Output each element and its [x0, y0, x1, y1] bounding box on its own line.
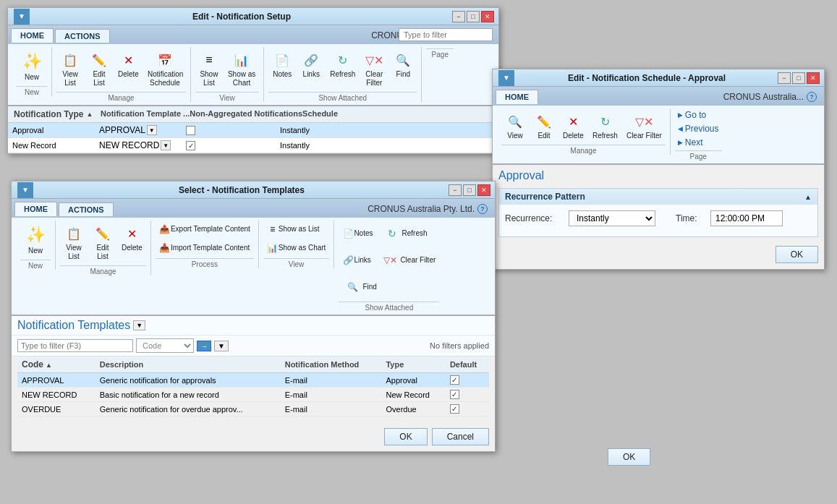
- schedule-minimize-btn[interactable]: −: [778, 72, 791, 84]
- filter-row: Code → ▼ No filters applied: [12, 336, 495, 356]
- find-button[interactable]: 🔍 Find: [389, 47, 417, 82]
- col-default[interactable]: Default: [446, 356, 489, 373]
- default-checkbox-3[interactable]: [450, 404, 459, 414]
- col-type[interactable]: Type: [381, 356, 445, 373]
- filter-expand-btn[interactable]: ▼: [214, 341, 229, 351]
- notes-button[interactable]: 📄 Notes: [268, 47, 296, 82]
- refresh-button[interactable]: ↻ Refresh: [326, 47, 359, 82]
- schedule-edit-button[interactable]: ✏️ Edit: [530, 108, 558, 143]
- templates-find-button[interactable]: 🔍 Find: [339, 274, 380, 300]
- templates-ok-button[interactable]: OK: [384, 428, 427, 445]
- templates-new-group-label: New: [20, 260, 51, 270]
- nonagg-checkbox-1[interactable]: [186, 126, 195, 135]
- templates-links-button[interactable]: 🔗 Links: [339, 247, 375, 273]
- templates-new-button[interactable]: ✨ New: [20, 221, 51, 258]
- row2-desc: Basic notification for a new record: [95, 388, 281, 402]
- recurrence-select[interactable]: Instantly Daily Weekly Monthly: [569, 210, 655, 226]
- bottom-ok-button[interactable]: OK: [608, 448, 650, 466]
- tab-actions[interactable]: ACTIONS: [55, 29, 110, 43]
- filter-field-select[interactable]: Code: [136, 338, 194, 353]
- templates-showlist-button[interactable]: ≡ Show as List: [263, 221, 323, 238]
- schedule-menu-btn[interactable]: ▼: [498, 70, 514, 86]
- schedule-clearfilter-button[interactable]: ▽✕ Clear Filter: [623, 108, 666, 143]
- templates-new-label: New: [28, 247, 43, 255]
- templates-editlist-button[interactable]: ✏️ EditList: [89, 221, 116, 264]
- clear-filter-button[interactable]: ▽✕ ClearFilter: [360, 47, 388, 90]
- delete-button[interactable]: ✕ Delete: [114, 47, 143, 82]
- close-btn[interactable]: ✕: [481, 11, 494, 22]
- default-checkbox-1[interactable]: [450, 375, 459, 385]
- templates-close-btn[interactable]: ✕: [477, 184, 490, 196]
- templates-menu-btn[interactable]: ▼: [17, 182, 33, 198]
- new-label: New: [25, 73, 39, 82]
- templates-minimize-btn[interactable]: −: [449, 184, 462, 196]
- filter-apply-btn[interactable]: →: [197, 341, 211, 351]
- goto-button[interactable]: ▶ Go to: [675, 108, 709, 121]
- templates-notes-button[interactable]: 📄 Notes: [339, 221, 376, 247]
- templates-cancel-button[interactable]: Cancel: [432, 428, 489, 445]
- next-button[interactable]: ▶ Next: [675, 136, 706, 149]
- links-button[interactable]: 🔗 Links: [297, 47, 325, 82]
- recurrence-group-header: Recurrence Pattern ▲: [499, 189, 817, 205]
- notification-setup-menu-btn[interactable]: ▼: [14, 9, 30, 25]
- top-filter-input[interactable]: [399, 28, 493, 41]
- new-button[interactable]: ✨ New: [17, 47, 47, 85]
- schedule-help-icon[interactable]: ?: [807, 92, 817, 102]
- edit-list-button[interactable]: ✏️ EditList: [85, 47, 113, 90]
- templates-ribbon-manage: 📋 ViewList ✏️ EditList ✕ Delete Manage: [56, 221, 151, 276]
- show-as-list-button[interactable]: ≡ ShowList: [195, 47, 223, 90]
- schedule-tab-home[interactable]: HOME: [496, 90, 538, 104]
- table-row[interactable]: New Record NEW RECORD ▼ Instantly: [8, 138, 498, 153]
- schedule-company: CRONUS Australia... ?: [723, 92, 821, 102]
- schedule-maximize-btn[interactable]: □: [792, 72, 805, 84]
- templates-ribbon-showattached: 📄 Notes ↻ Refresh 🔗 Links: [334, 221, 443, 312]
- previous-label: Previous: [685, 124, 719, 134]
- schedule-view-button[interactable]: 🔍 View: [501, 108, 529, 143]
- section-title-dropdown-btn[interactable]: ▼: [133, 320, 145, 330]
- col-description[interactable]: Description: [95, 356, 281, 373]
- schedule-refresh-button[interactable]: ↻ Refresh: [589, 108, 621, 143]
- table-row[interactable]: APPROVAL Generic notification for approv…: [17, 373, 489, 388]
- notification-schedule-button[interactable]: 📅 Notification Schedule: [144, 47, 186, 90]
- templates-table: Code ▲ Description Notification Method T…: [17, 356, 489, 417]
- table-row[interactable]: Approval APPROVAL ▼ Instantly: [8, 123, 498, 138]
- previous-button[interactable]: ◀ Previous: [675, 122, 722, 135]
- schedule-close-btn[interactable]: ✕: [807, 72, 820, 84]
- templates-viewlist-button[interactable]: 📋 ViewList: [60, 221, 88, 264]
- schedule-edit-icon: ✏️: [534, 111, 554, 132]
- row2-schedule: Instantly: [280, 141, 338, 150]
- templates-help-icon[interactable]: ?: [477, 204, 488, 214]
- row3-method: E-mail: [281, 402, 382, 417]
- default-checkbox-2[interactable]: [450, 390, 459, 399]
- col-method[interactable]: Notification Method: [281, 356, 382, 373]
- templates-tab-home[interactable]: HOME: [14, 202, 57, 216]
- nonagg-checkbox-2[interactable]: [186, 141, 195, 150]
- templates-clearfilter-button[interactable]: ▽✕ Clear Filter: [376, 247, 439, 273]
- table-row[interactable]: NEW RECORD Basic notification for a new …: [17, 388, 489, 402]
- minimize-btn[interactable]: −: [452, 11, 465, 22]
- templates-viewlist-icon: 📋: [64, 223, 84, 244]
- template-dropdown-1[interactable]: ▼: [147, 125, 157, 135]
- row1-type: Approval: [12, 126, 99, 134]
- templates-tab-actions[interactable]: ACTIONS: [59, 202, 114, 216]
- templates-showchart-button[interactable]: 📊 Show as Chart: [263, 239, 330, 257]
- collapse-icon[interactable]: ▲: [804, 193, 812, 201]
- import-template-button[interactable]: 📥 Import Template Content: [156, 239, 253, 257]
- export-template-button[interactable]: 📤 Export Template Content: [156, 221, 254, 238]
- show-as-chart-button[interactable]: 📊 Show asChart: [224, 47, 259, 90]
- templates-refresh-button[interactable]: ↻ Refresh: [378, 221, 431, 247]
- filter-input[interactable]: [17, 339, 133, 352]
- templates-maximize-btn[interactable]: □: [463, 184, 476, 196]
- ribbon-group-manage: 📋 ViewList ✏️ EditList ✕ Delete 📅 Notifi…: [52, 47, 191, 102]
- schedule-ok-button[interactable]: OK: [776, 246, 818, 263]
- view-list-button[interactable]: 📋 ViewList: [56, 47, 84, 90]
- maximize-btn[interactable]: □: [467, 11, 480, 22]
- table-row[interactable]: OVERDUE Generic notification for overdue…: [17, 402, 489, 417]
- templates-delete-button[interactable]: ✕ Delete: [118, 221, 146, 255]
- tab-home[interactable]: HOME: [11, 28, 54, 43]
- templates-refresh-icon: ↻: [382, 223, 402, 244]
- col-code[interactable]: Code ▲: [17, 356, 95, 373]
- template-dropdown-2[interactable]: ▼: [161, 140, 171, 150]
- schedule-delete-button[interactable]: ✕ Delete: [559, 108, 587, 143]
- time-input[interactable]: [710, 210, 783, 226]
